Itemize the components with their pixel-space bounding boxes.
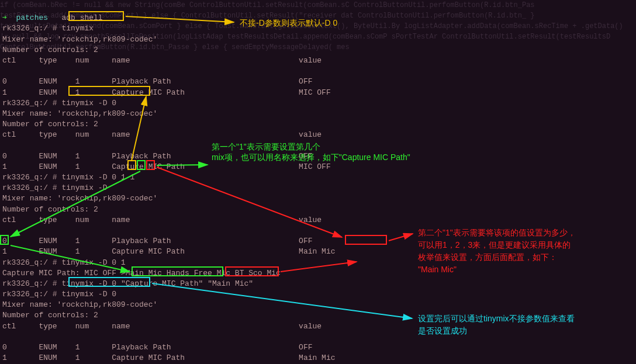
branch-indicator: ➜	[2, 13, 16, 22]
row-1-main: 1 ENUM 1 Capture MIC Path Main Mic	[2, 353, 336, 362]
cmd-tinymix-d0-final: tinymix -D 0	[61, 290, 116, 299]
arg-capture-path: "Capture MIC Path"	[121, 279, 203, 288]
mixer-name: Mixer name: 'rockchip,rk809-codec'	[2, 300, 157, 309]
row-1-rest: ENUM 1 Capture MIC Path	[7, 247, 299, 256]
arg-1b: 1	[130, 173, 135, 182]
mixer-header: ctl type num name value	[2, 322, 322, 331]
mixer-count: Number of controls: 2	[2, 205, 98, 214]
prompt: rk3326_q:/ #	[2, 258, 57, 267]
prompt: rk3326_q:/ #	[2, 279, 57, 288]
annotation-3: 第二个"1"表示需要将该项的值设置为多少， 可以用1，2，3来，但是更建议采用具…	[418, 227, 576, 276]
mixer-header: ctl type num name value	[2, 216, 322, 224]
row-0-off: 0 ENUM 1 Playback Path OFF	[2, 237, 313, 245]
annotation-2: 第一个"1"表示需要设置第几个 mix项，也可以用名称来选择，如下"Captur…	[212, 141, 410, 162]
capture-line: Capture MIC Path: MIC OFF >Main Mic Hand…	[2, 269, 281, 278]
prompt: rk3326_q:/ #	[2, 183, 57, 192]
shell-cmd: adb shell	[61, 13, 102, 22]
prompt: rk3326_q:/ #	[2, 99, 57, 108]
row-0-off: 0 ENUM 1 Playback Path OFF	[2, 77, 313, 86]
row-1-micoff: 1 ENUM 1 Capture MIC Path MIC OFF	[2, 88, 331, 97]
terminal-output: ➜ patches adb shell rk3326_q:/ # tinymix…	[2, 2, 634, 364]
mixer-name: Mixer name: 'rockchip,rk809-codec'	[2, 109, 157, 118]
row-idx1: 1	[2, 247, 7, 256]
annotation-4: 设置完后可以通过tinymix不接参数值来查看 是否设置成功	[418, 313, 575, 337]
cmd-tinymix: tinymix	[61, 24, 94, 33]
mixer-header: ctl type num name value	[2, 130, 322, 139]
mixer-count: Number of controls: 2	[2, 311, 98, 320]
cmd-tinymix-d0: tinymix -D 0	[61, 99, 116, 108]
cmd-tinymix-d0: tinymix -D 0	[61, 279, 116, 288]
val-mainmic: Main Mic	[299, 247, 335, 256]
prompt: rk3326_q:/ #	[2, 290, 57, 299]
mixer-name: Mixer name: 'rockchip,rk809-codec'	[2, 35, 157, 44]
row-1-micoff: 1 ENUM 1 Capture MIC Path MIC OFF	[2, 162, 331, 171]
branch-name: patches	[16, 13, 48, 22]
cmd-tinymix-d01: tinymix -D 0 1	[61, 258, 125, 267]
mixer-header: ctl type num name value	[2, 56, 322, 65]
arg-main-mic: "Main Mic"	[208, 279, 253, 288]
annotation-1: 不接-D参数则表示默认-D 0	[240, 18, 337, 29]
mixer-count: Number of controls: 2	[2, 120, 98, 129]
arg-1a: 1	[121, 173, 126, 182]
mixer-name: Mixer name: 'rockchip,rk809-codec'	[2, 194, 157, 203]
cmd-tinymix-d: tinymix -D	[61, 183, 107, 192]
cmd-tinymix-d: tinymix -D	[61, 173, 107, 182]
prompt: rk3326_q:/ #	[2, 173, 57, 182]
prompt: rk3326_q:/ #	[2, 24, 57, 33]
arg-0: 0	[112, 173, 116, 182]
row-0-off: 0 ENUM 1 Playback Path OFF	[2, 343, 313, 352]
mixer-count: Number of controls: 2	[2, 46, 98, 54]
